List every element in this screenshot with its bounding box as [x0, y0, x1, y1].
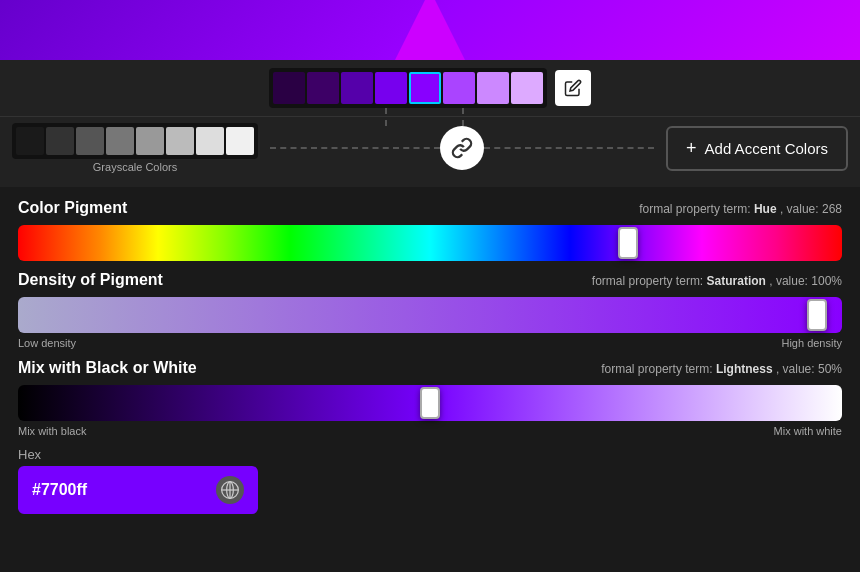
- density-formal: formal property term: Saturation , value…: [592, 274, 842, 288]
- saturation-value: 100%: [811, 274, 842, 288]
- lightness-slider[interactable]: [18, 385, 842, 421]
- density-labels: Low density High density: [18, 337, 842, 349]
- hex-label: Hex: [18, 447, 842, 462]
- swatch-7[interactable]: [477, 72, 509, 104]
- gs-swatch-8[interactable]: [226, 127, 254, 155]
- lightness-property: Lightness: [716, 362, 773, 376]
- hue-value: 268: [822, 202, 842, 216]
- world-icon: [216, 476, 244, 504]
- gs-swatch-1[interactable]: [16, 127, 44, 155]
- mix-black-label: Mix with black: [18, 425, 86, 437]
- plus-icon: +: [686, 138, 697, 159]
- add-accent-button[interactable]: + Add Accent Colors: [666, 126, 848, 171]
- hex-section: Hex: [18, 447, 842, 514]
- lightness-formal: formal property term: Lightness , value:…: [601, 362, 842, 376]
- lightness-header: Mix with Black or White formal property …: [18, 359, 842, 377]
- saturation-track: [18, 297, 842, 333]
- lightness-labels: Mix with black Mix with white: [18, 425, 842, 437]
- grayscale-label: Grayscale Colors: [93, 161, 177, 173]
- saturation-property: Saturation: [707, 274, 766, 288]
- high-density-label: High density: [781, 337, 842, 349]
- low-density-label: Low density: [18, 337, 76, 349]
- grayscale-section: Grayscale Colors: [12, 123, 258, 173]
- saturation-slider[interactable]: [18, 297, 842, 333]
- hue-track: [18, 225, 842, 261]
- swatch-1[interactable]: [273, 72, 305, 104]
- hue-slider[interactable]: [18, 225, 842, 261]
- density-title: Density of Pigment: [18, 271, 163, 289]
- gs-swatch-5[interactable]: [136, 127, 164, 155]
- swatch-3[interactable]: [341, 72, 373, 104]
- add-accent-label: Add Accent Colors: [705, 140, 828, 157]
- density-header: Density of Pigment formal property term:…: [18, 271, 842, 289]
- gs-swatch-6[interactable]: [166, 127, 194, 155]
- color-pigment-header: Color Pigment formal property term: Hue …: [18, 199, 842, 217]
- saturation-thumb[interactable]: [807, 299, 827, 331]
- mix-white-label: Mix with white: [774, 425, 842, 437]
- top-decoration: [0, 0, 860, 60]
- swatch-5[interactable]: [409, 72, 441, 104]
- edit-button[interactable]: [555, 70, 591, 106]
- color-swatch-palette: [269, 68, 547, 108]
- color-pigment-title: Color Pigment: [18, 199, 127, 217]
- main-content: Color Pigment formal property term: Hue …: [0, 187, 860, 526]
- gs-swatch-7[interactable]: [196, 127, 224, 155]
- swatch-2[interactable]: [307, 72, 339, 104]
- swatch-6[interactable]: [443, 72, 475, 104]
- grayscale-palette: [12, 123, 258, 159]
- lightness-value: 50%: [818, 362, 842, 376]
- hex-input[interactable]: [32, 481, 206, 499]
- lightness-title: Mix with Black or White: [18, 359, 197, 377]
- swatch-8[interactable]: [511, 72, 543, 104]
- gs-swatch-3[interactable]: [76, 127, 104, 155]
- hue-thumb[interactable]: [618, 227, 638, 259]
- color-pigment-formal: formal property term: Hue , value: 268: [639, 202, 842, 216]
- gs-swatch-2[interactable]: [46, 127, 74, 155]
- swatches-row: [0, 60, 860, 117]
- swatch-4[interactable]: [375, 72, 407, 104]
- grayscale-row: Grayscale Colors + Add Accent Colors: [0, 117, 860, 187]
- hex-input-row: [18, 466, 258, 514]
- lightness-thumb[interactable]: [420, 387, 440, 419]
- link-button[interactable]: [440, 126, 484, 170]
- hue-property: Hue: [754, 202, 777, 216]
- gs-swatch-4[interactable]: [106, 127, 134, 155]
